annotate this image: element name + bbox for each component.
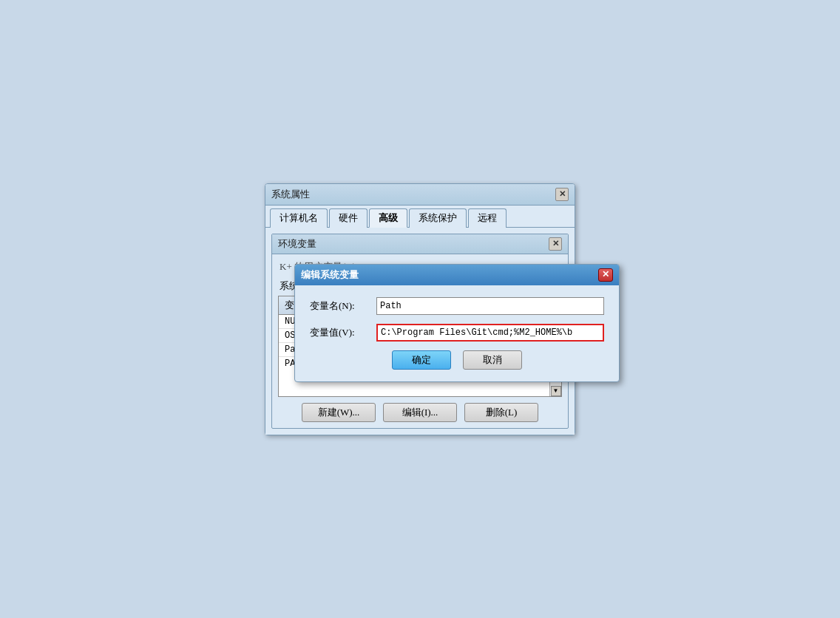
- var-value-label: 变量值(V):: [310, 326, 376, 339]
- env-vars-content: K+ 的用户变量(U) 编辑系统变量 ✕: [272, 254, 568, 428]
- dialog-buttons: 确定 取消: [310, 350, 604, 370]
- sys-props-content: 环境变量 ✕ K+ 的用户变量(U) 编辑系统变量 ✕: [265, 227, 575, 435]
- delete-button[interactable]: 删除(L): [464, 403, 538, 422]
- var-value-row: 变量值(V):: [310, 324, 604, 342]
- sys-props-titlebar: 系统属性 ✕: [265, 184, 575, 206]
- env-vars-titlebar: 环境变量 ✕: [272, 234, 568, 254]
- var-value-input[interactable]: [376, 324, 604, 342]
- env-vars-window: 环境变量 ✕ K+ 的用户变量(U) 编辑系统变量 ✕: [271, 234, 569, 429]
- var-name-label: 变量名(N):: [310, 299, 376, 313]
- sys-props-close-button[interactable]: ✕: [555, 188, 569, 201]
- tab-advanced[interactable]: 高级: [369, 208, 407, 228]
- system-properties-window: 系统属性 ✕ 计算机名 硬件 高级 系统保护 远程 环境变量 ✕ K+ 的用户变…: [265, 183, 575, 435]
- edit-dialog-title: 编辑系统变量: [301, 268, 359, 282]
- edit-dialog-titlebar: 编辑系统变量 ✕: [295, 265, 619, 285]
- env-vars-close-button[interactable]: ✕: [549, 237, 562, 251]
- sys-props-title: 系统属性: [271, 188, 310, 201]
- var-name-row: 变量名(N):: [310, 297, 604, 315]
- scrollbar-down-button[interactable]: ▼: [551, 386, 561, 396]
- edit-dialog-overlay: 编辑系统变量 ✕ 变量名(N): 变量值(: [294, 264, 620, 382]
- edit-dialog-close-button[interactable]: ✕: [598, 268, 613, 282]
- tabs-row: 计算机名 硬件 高级 系统保护 远程: [265, 206, 575, 228]
- section-buttons: 新建(W)... 编辑(I)... 删除(L): [278, 403, 562, 422]
- tab-computer-name[interactable]: 计算机名: [270, 208, 328, 228]
- edit-system-var-dialog: 编辑系统变量 ✕ 变量名(N): 变量值(: [294, 264, 620, 382]
- tab-hardware[interactable]: 硬件: [329, 208, 368, 228]
- cancel-button[interactable]: 取消: [463, 350, 522, 370]
- var-name-input[interactable]: [376, 297, 604, 315]
- tab-system-protection[interactable]: 系统保护: [409, 208, 467, 228]
- confirm-button[interactable]: 确定: [392, 350, 451, 370]
- tab-remote[interactable]: 远程: [468, 208, 507, 228]
- edit-button[interactable]: 编辑(I)...: [383, 403, 457, 422]
- edit-dialog-body: 变量名(N): 变量值(V): 确定 取消: [295, 285, 619, 381]
- env-vars-title: 环境变量: [278, 237, 316, 251]
- new-button[interactable]: 新建(W)...: [302, 403, 376, 422]
